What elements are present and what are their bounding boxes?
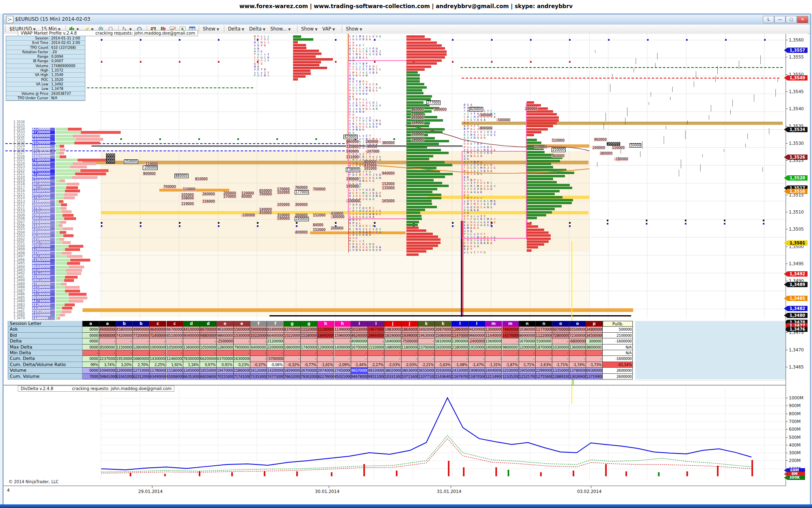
ladder-bid-bar [56, 286, 65, 289]
ladder-price: 1.3512 [13, 203, 31, 207]
table-cell: 78300000 [183, 356, 200, 362]
ladder-ask-bar [65, 190, 80, 192]
cluster-value: 960000 [594, 138, 607, 142]
ladder-bid-bar [56, 231, 60, 234]
table-cell: - [116, 338, 133, 344]
cluster-value: -90000 [365, 145, 378, 148]
cluster-value: -247000 [365, 150, 380, 153]
ladder-bid-bar [56, 227, 63, 230]
cluster-value: 550000 [411, 132, 424, 136]
marker-dot [452, 39, 454, 41]
session-letter-cell: i [368, 321, 384, 327]
ladder-ask-bar [81, 131, 121, 134]
menu-show-2[interactable]: Show▼ [301, 26, 317, 33]
table-cell: - [99, 338, 116, 344]
divdelta-axis-label: 600M [789, 427, 801, 432]
table-row-label: Bid [8, 333, 83, 338]
menu-vap[interactable]: VAP▼ [322, 26, 335, 33]
ladder-price: 1.3486 [13, 293, 31, 296]
table-cell: 68208000 [200, 374, 217, 379]
table-cell: 16400000 [384, 338, 401, 344]
marker-dot [276, 138, 278, 140]
divdelta-axis-tick [786, 429, 788, 430]
session-letter-cell: f [267, 321, 284, 327]
table-cell: 66700000 [167, 327, 183, 332]
bars-back-indicator: 4 [7, 488, 10, 493]
table-cell: - [402, 356, 418, 362]
table-cell: 94200000 [469, 327, 485, 332]
table-cell: - [469, 350, 485, 356]
ladder-bid-bar [56, 214, 63, 217]
window-titlebar[interactable]: $EURUSD (15 Min) 2014-02-03 L — ▢ ✕ [4, 15, 810, 24]
price-bar [709, 115, 709, 120]
ladder-volume: 32190000 [32, 286, 55, 289]
minimize-button[interactable]: — [774, 16, 786, 23]
table-cell: - [83, 350, 99, 356]
ladder-bid-bar [56, 145, 60, 148]
session-letter-cell: b [133, 321, 150, 327]
table-cell: 15860000 [234, 368, 250, 373]
menu-show-1[interactable]: Show▼ [203, 26, 219, 33]
info-key: Session [6, 36, 50, 40]
info-key: Rotation Factor [6, 50, 50, 54]
profile-bar [527, 187, 572, 189]
profile-bar [406, 44, 442, 47]
table-cell: 60700000 [552, 327, 569, 332]
table-row-label: Delta [8, 338, 83, 344]
axis-tick [786, 246, 788, 247]
chart-canvas[interactable]: BPoLvIYFUCRlMhJkGVDANHXEPoLvIYFUCRlMhJkG… [4, 34, 808, 504]
cluster-value: 152000 [382, 182, 395, 186]
table-cell: -1600000 [603, 356, 633, 362]
menu-delta-2[interactable]: Delta▼ [249, 26, 265, 33]
table-cell: - [150, 350, 166, 356]
table-cell: 15600000 [485, 338, 502, 344]
profile-bar [527, 234, 551, 237]
menu-delta-1[interactable]: Delta▼ [228, 26, 244, 33]
cluster-value: -800000 [478, 126, 493, 130]
table-cell: 12800000 [133, 344, 150, 350]
price-axis [786, 34, 808, 486]
table-cell: 26700000 [301, 368, 317, 373]
link-button[interactable]: L [763, 16, 774, 23]
cluster-value: 880000 [174, 174, 189, 178]
info-row: TPO Under CursorN/A [6, 96, 85, 100]
profile-bar [406, 188, 437, 190]
cluster-value: 177000 [295, 190, 309, 194]
table-cell: 16120000 [250, 368, 267, 373]
table-cell: 85021000 [334, 374, 351, 379]
table-cell: 19390000 [402, 333, 418, 338]
menu-show-dots[interactable]: Show...▼ [270, 26, 291, 33]
decoration [589, 34, 590, 318]
ladder-price: 1.3531 [13, 138, 31, 141]
table-cell: 14570000 [502, 333, 519, 338]
ladder-ask-bar [61, 207, 67, 210]
table-cell: 8800000 [586, 344, 603, 350]
profile-bar [406, 179, 434, 181]
ladder-ask-bar [61, 203, 67, 206]
profile-bar [527, 199, 573, 201]
ladder-volume: 13390000 [32, 145, 55, 148]
ladder-ask-bar [69, 293, 87, 296]
table-cell: 19200000 [435, 344, 452, 350]
table-cell: 11770000 [536, 327, 552, 332]
table-cell: - [452, 356, 469, 362]
table-cell: 63490000 [150, 374, 166, 379]
menu-show-3[interactable]: Show▼ [346, 26, 362, 33]
profile-bar [406, 125, 429, 127]
table-cell: - [485, 356, 502, 362]
profile-bar [406, 65, 431, 68]
toolbar-grip-icon[interactable] [5, 26, 7, 32]
table-cell: -2500000 [217, 338, 233, 344]
profile-bar [406, 211, 420, 214]
maximize-button[interactable]: ▢ [786, 16, 797, 23]
table-cell: -61,54% [603, 362, 633, 368]
table-cell: 70155000 [217, 374, 233, 379]
profile-bar [406, 50, 447, 53]
close-button[interactable]: ✕ [797, 16, 808, 23]
profile-bar [527, 211, 552, 214]
table-cell: 99511000 [368, 374, 384, 379]
ladder-bid-bar [56, 262, 67, 265]
table-cell: 19630000 [418, 333, 435, 338]
price-bar [606, 113, 606, 121]
profile-bar [527, 205, 562, 207]
